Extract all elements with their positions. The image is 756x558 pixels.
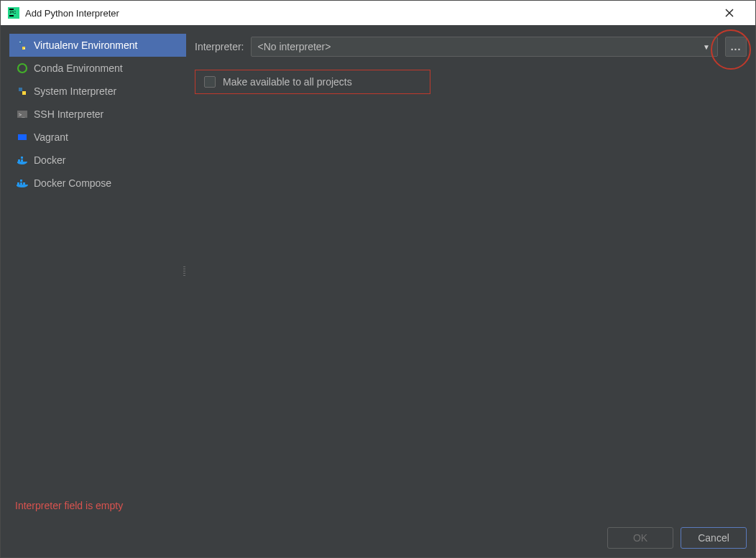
python-venv-icon xyxy=(17,39,28,51)
svg-rect-15 xyxy=(17,182,19,185)
vagrant-icon xyxy=(17,131,28,143)
ok-button[interactable]: OK xyxy=(607,527,673,549)
make-available-checkbox[interactable] xyxy=(204,76,216,88)
sidebar-item-label: System Interpreter xyxy=(34,85,116,97)
panel-splitter[interactable] xyxy=(183,266,185,276)
titlebar[interactable]: PC Add Python Interpreter xyxy=(1,1,755,25)
svg-rect-18 xyxy=(20,180,22,182)
sidebar-item-docker[interactable]: Docker xyxy=(9,149,186,172)
sidebar-item-conda[interactable]: Conda Environment xyxy=(9,57,186,80)
footer: Interpreter field is empty OK Cancel xyxy=(1,500,755,557)
docker-compose-icon xyxy=(17,177,28,189)
chevron-down-icon: ▼ xyxy=(701,43,711,51)
svg-rect-17 xyxy=(23,182,25,185)
pycharm-app-icon: PC xyxy=(8,7,19,19)
svg-point-7 xyxy=(24,48,25,50)
sidebar-item-label: Docker xyxy=(34,154,65,166)
svg-rect-16 xyxy=(20,182,22,185)
sidebar-item-label: Vagrant xyxy=(34,131,68,143)
svg-rect-13 xyxy=(21,159,23,162)
sidebar-item-label: Conda Environment xyxy=(34,62,123,74)
interpreter-row: Interpreter: <No interpreter> ▼ ... xyxy=(195,34,747,60)
svg-rect-14 xyxy=(21,157,23,159)
svg-point-6 xyxy=(19,42,21,43)
interpreter-combo[interactable]: <No interpreter> ▼ xyxy=(251,37,718,57)
dialog-window: PC Add Python Interpreter Virtualenv Env… xyxy=(0,0,756,558)
svg-text:PC: PC xyxy=(10,10,17,14)
docker-icon xyxy=(17,154,28,166)
svg-rect-11 xyxy=(18,134,27,140)
sidebar: Virtualenv Environment Conda Environment… xyxy=(9,34,186,500)
interpreter-combo-value: <No interpreter> xyxy=(257,41,701,52)
svg-rect-2 xyxy=(9,15,14,17)
main-row: Virtualenv Environment Conda Environment… xyxy=(1,25,755,500)
cancel-button[interactable]: Cancel xyxy=(681,527,747,549)
make-available-row: Make available to all projects xyxy=(195,70,430,94)
svg-text:>_: >_ xyxy=(19,112,25,118)
content-panel: Interpreter: <No interpreter> ▼ ... Make… xyxy=(195,34,747,500)
sidebar-item-vagrant[interactable]: Vagrant xyxy=(9,126,186,149)
sidebar-item-label: SSH Interpreter xyxy=(34,108,103,120)
splitter-grip-icon xyxy=(183,266,185,276)
sidebar-item-docker-compose[interactable]: Docker Compose xyxy=(9,172,186,195)
svg-rect-12 xyxy=(18,159,20,162)
sidebar-item-virtualenv[interactable]: Virtualenv Environment xyxy=(9,34,186,57)
sidebar-item-system[interactable]: System Interpreter xyxy=(9,80,186,103)
ok-button-label: OK xyxy=(633,532,647,544)
make-available-label: Make available to all projects xyxy=(223,76,352,88)
button-row: OK Cancel xyxy=(9,527,747,549)
sidebar-item-ssh[interactable]: >_ SSH Interpreter xyxy=(9,103,186,126)
conda-icon xyxy=(17,62,28,74)
ellipsis-icon: ... xyxy=(731,41,742,52)
sidebar-item-label: Docker Compose xyxy=(34,177,111,189)
svg-point-8 xyxy=(18,64,27,73)
close-icon[interactable] xyxy=(725,9,748,17)
terminal-icon: >_ xyxy=(17,108,28,120)
interpreter-label: Interpreter: xyxy=(195,41,244,52)
window-title: Add Python Interpreter xyxy=(25,8,725,19)
browse-button[interactable]: ... xyxy=(725,37,747,57)
python-icon xyxy=(17,85,28,97)
sidebar-item-label: Virtualenv Environment xyxy=(34,39,137,51)
error-message: Interpreter field is empty xyxy=(9,496,747,527)
cancel-button-label: Cancel xyxy=(698,532,729,544)
dialog-body: Virtualenv Environment Conda Environment… xyxy=(1,25,755,557)
